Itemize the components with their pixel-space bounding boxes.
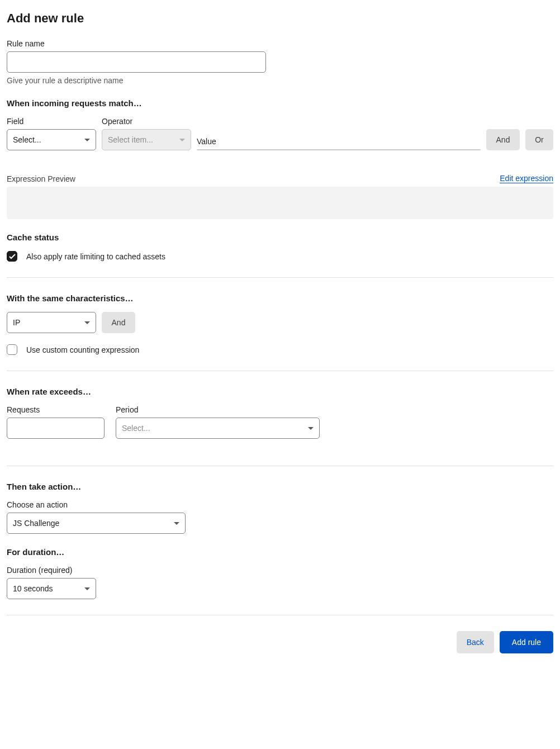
chevron-down-icon — [84, 587, 90, 590]
value-input — [197, 149, 481, 150]
period-select[interactable]: Select... — [116, 418, 320, 439]
or-button[interactable]: Or — [525, 129, 553, 150]
custom-expression-checkbox[interactable] — [7, 344, 17, 355]
add-rule-button[interactable]: Add rule — [500, 631, 553, 653]
operator-select-value: Select item... — [108, 135, 153, 144]
expression-preview-box — [7, 187, 553, 219]
chevron-down-icon — [174, 522, 179, 525]
requests-label: Requests — [7, 405, 105, 414]
action-label: Choose an action — [7, 500, 553, 509]
duration-select[interactable]: 10 seconds — [7, 578, 96, 599]
duration-select-value: 10 seconds — [13, 584, 53, 593]
cache-heading: Cache status — [7, 233, 553, 242]
field-select[interactable]: Select... — [7, 129, 96, 150]
requests-input[interactable] — [7, 418, 105, 439]
duration-label: Duration (required) — [7, 566, 553, 575]
operator-select: Select item... — [102, 129, 191, 150]
field-select-value: Select... — [13, 135, 41, 144]
field-label: Field — [7, 117, 96, 126]
rate-heading: When rate exceeds… — [7, 387, 553, 396]
cache-checkbox-label: Also apply rate limiting to cached asset… — [26, 252, 165, 261]
expression-preview-title: Expression Preview — [7, 174, 75, 183]
chevron-down-icon — [84, 321, 90, 324]
period-label: Period — [116, 405, 320, 414]
duration-heading: For duration… — [7, 547, 553, 557]
chevron-down-icon — [179, 139, 185, 141]
back-button[interactable]: Back — [457, 631, 494, 653]
action-select[interactable]: JS Challenge — [7, 513, 186, 534]
page-title: Add new rule — [7, 11, 553, 26]
chevron-down-icon — [84, 139, 90, 141]
action-heading: Then take action… — [7, 482, 553, 491]
rule-name-input[interactable] — [7, 51, 266, 73]
chevron-down-icon — [308, 427, 314, 430]
period-select-value: Select... — [122, 424, 150, 433]
characteristics-select-value: IP — [13, 318, 20, 327]
custom-expression-label: Use custom counting expression — [26, 345, 139, 354]
divider — [7, 371, 553, 371]
characteristics-select[interactable]: IP — [7, 312, 96, 333]
characteristics-and-button[interactable]: And — [102, 312, 135, 333]
value-label: Value — [197, 137, 481, 146]
divider — [7, 615, 553, 615]
match-heading: When incoming requests match… — [7, 98, 553, 108]
cache-checkbox[interactable] — [7, 251, 17, 262]
rule-name-hint: Give your rule a descriptive name — [7, 76, 553, 85]
divider — [7, 277, 553, 278]
edit-expression-link[interactable]: Edit expression — [500, 174, 553, 183]
and-button[interactable]: And — [486, 129, 520, 150]
divider — [7, 466, 553, 466]
rule-name-label: Rule name — [7, 39, 553, 48]
action-select-value: JS Challenge — [13, 519, 59, 528]
characteristics-heading: With the same characteristics… — [7, 293, 553, 303]
operator-label: Operator — [102, 117, 191, 126]
